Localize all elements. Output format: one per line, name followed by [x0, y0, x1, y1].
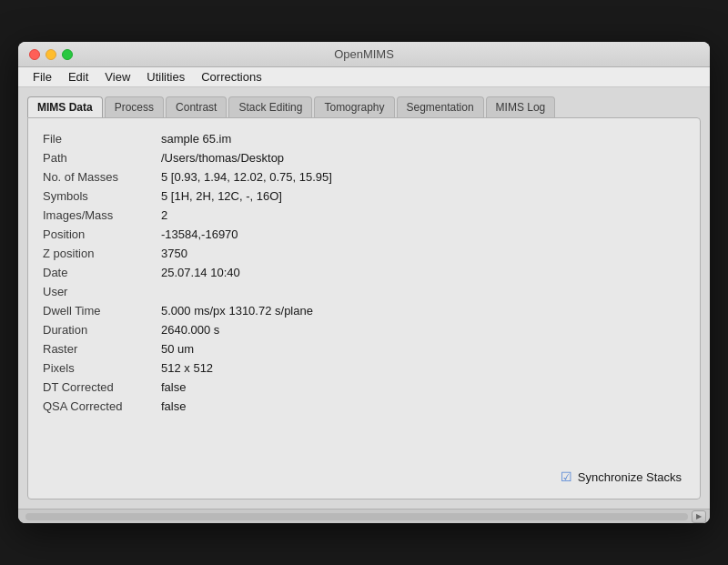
- table-row: Date25.07.14 10:40: [43, 263, 685, 282]
- table-row: Images/Mass2: [43, 206, 685, 225]
- menu-bar: File Edit View Utilities Corrections: [18, 67, 710, 87]
- scrollbar-area: ▶: [18, 509, 710, 523]
- table-row: No. of Masses5 [0.93, 1.94, 12.02, 0.75,…: [43, 167, 685, 187]
- row-label: Pixels: [43, 358, 161, 378]
- row-value: 2: [161, 206, 685, 225]
- tab-process[interactable]: Process: [105, 96, 164, 117]
- tab-tomography[interactable]: Tomography: [314, 96, 394, 117]
- row-value: 50 um: [161, 339, 685, 358]
- row-value: sample 65.im: [161, 129, 685, 148]
- row-value: 2640.000 s: [161, 320, 685, 339]
- row-value: 5.000 ms/px 1310.72 s/plane: [161, 301, 685, 320]
- table-row: QSA Correctedfalse: [43, 397, 685, 416]
- table-row: DT Correctedfalse: [43, 378, 685, 397]
- row-label: User: [43, 282, 161, 301]
- table-row: Filesample 65.im: [43, 129, 685, 148]
- menu-view[interactable]: View: [97, 68, 137, 86]
- content-area: MIMS Data Process Contrast Stack Editing…: [18, 87, 710, 509]
- tab-mims-log[interactable]: MIMS Log: [486, 96, 556, 117]
- sync-checkbox[interactable]: ☑: [561, 469, 572, 484]
- row-value: [161, 282, 685, 301]
- menu-file[interactable]: File: [25, 68, 59, 86]
- table-row: Dwell Time5.000 ms/px 1310.72 s/plane: [43, 301, 685, 320]
- title-bar: OpenMIMS: [18, 42, 710, 67]
- tab-contrast[interactable]: Contrast: [166, 96, 227, 117]
- row-value: 25.07.14 10:40: [161, 263, 685, 282]
- main-window: OpenMIMS File Edit View Utilities Correc…: [18, 42, 710, 523]
- tab-stack-editing[interactable]: Stack Editing: [228, 96, 312, 117]
- table-row: Duration2640.000 s: [43, 320, 685, 339]
- row-label: Date: [43, 263, 161, 282]
- scrollbar-button[interactable]: ▶: [692, 510, 706, 523]
- minimize-button[interactable]: [46, 49, 56, 60]
- menu-utilities[interactable]: Utilities: [139, 68, 192, 86]
- row-label: File: [43, 129, 161, 148]
- table-row: User: [43, 282, 685, 301]
- table-row: Raster50 um: [43, 339, 685, 358]
- row-value: false: [161, 378, 685, 397]
- row-value: 3750: [161, 244, 685, 263]
- window-title: OpenMIMS: [334, 47, 394, 61]
- close-button[interactable]: [29, 49, 40, 60]
- traffic-lights: [29, 49, 73, 60]
- table-row: Position-13584,-16970: [43, 225, 685, 244]
- table-row: Symbols5 [1H, 2H, 12C, -, 16O]: [43, 187, 685, 206]
- row-label: Path: [43, 148, 161, 167]
- menu-edit[interactable]: Edit: [61, 68, 96, 86]
- row-label: Symbols: [43, 187, 161, 206]
- tab-segmentation[interactable]: Segmentation: [397, 96, 484, 117]
- row-value: /Users/thomas/Desktop: [161, 148, 685, 167]
- row-label: DT Corrected: [43, 378, 161, 397]
- row-value: false: [161, 397, 685, 416]
- row-label: Raster: [43, 339, 161, 358]
- maximize-button[interactable]: [62, 49, 73, 60]
- row-label: Dwell Time: [43, 301, 161, 320]
- table-row: Path/Users/thomas/Desktop: [43, 148, 685, 167]
- sync-area: ☑ Synchronize Stacks: [561, 469, 682, 484]
- row-label: No. of Masses: [43, 167, 161, 187]
- data-table: Filesample 65.imPath/Users/thomas/Deskto…: [43, 129, 685, 416]
- row-value: -13584,-16970: [161, 225, 685, 244]
- row-label: QSA Corrected: [43, 397, 161, 416]
- row-label: Position: [43, 225, 161, 244]
- tab-mims-data[interactable]: MIMS Data: [27, 96, 103, 117]
- menu-corrections[interactable]: Corrections: [194, 68, 268, 86]
- row-label: Duration: [43, 320, 161, 339]
- row-value: 5 [1H, 2H, 12C, -, 16O]: [161, 187, 685, 206]
- row-label: Images/Mass: [43, 206, 161, 225]
- row-label: Z position: [43, 244, 161, 263]
- sync-label: Synchronize Stacks: [578, 470, 682, 484]
- row-value: 512 x 512: [161, 358, 685, 378]
- table-row: Pixels512 x 512: [43, 358, 685, 378]
- scrollbar-track[interactable]: [25, 513, 688, 520]
- tab-bar: MIMS Data Process Contrast Stack Editing…: [27, 96, 701, 117]
- table-row: Z position3750: [43, 244, 685, 263]
- row-value: 5 [0.93, 1.94, 12.02, 0.75, 15.95]: [161, 167, 685, 187]
- panel-mims-data: Filesample 65.imPath/Users/thomas/Deskto…: [27, 117, 701, 499]
